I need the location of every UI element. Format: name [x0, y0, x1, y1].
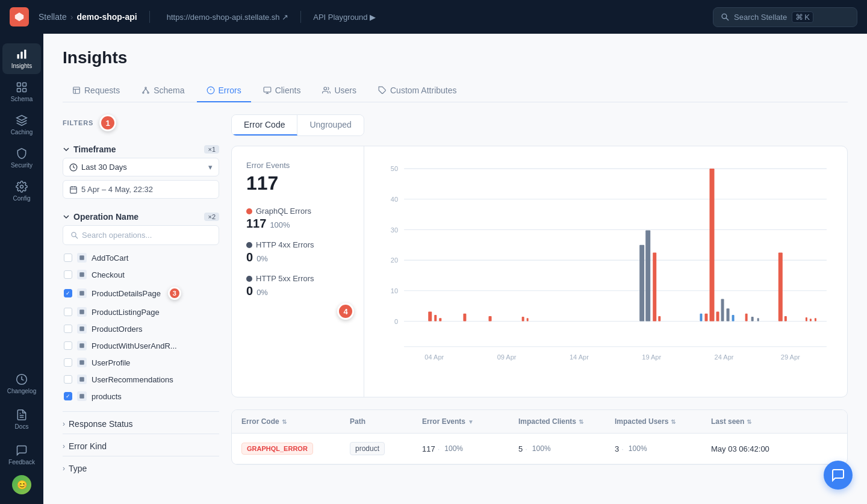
op-products[interactable]: products [63, 388, 219, 404]
svg-text:0: 0 [394, 317, 398, 325]
th-error-events[interactable]: Error Events ▼ [412, 410, 509, 433]
clock-icon [69, 163, 78, 172]
op-checkbox-products[interactable] [64, 392, 72, 400]
op-label-productdetailspage: ProductDetailsPage [92, 289, 161, 298]
svg-text:29 Apr: 29 Apr [781, 353, 800, 361]
group-tab-error-code[interactable]: Error Code [232, 115, 297, 135]
sidebar-item-security[interactable]: Security [2, 143, 41, 173]
op-checkbox-productorders[interactable] [64, 325, 72, 333]
user-avatar[interactable]: 😊 [12, 475, 31, 494]
timeframe-header[interactable]: Timeframe ×1 [63, 141, 219, 158]
op-productwithuserandr[interactable]: ProductWithUserAndR... [63, 338, 219, 353]
svg-rect-69 [489, 316, 492, 321]
http5xx-errors-values: 0 0% [246, 284, 349, 298]
chat-icon [831, 468, 845, 482]
op-checkbox-checkout[interactable] [64, 270, 72, 279]
api-playground-link[interactable]: API Playground ▶ [313, 13, 376, 22]
operation-name-header[interactable]: Operation Name ×2 [63, 208, 219, 225]
type-filter[interactable]: › Type [63, 456, 219, 478]
schema-icon [16, 81, 28, 93]
breadcrumb-prefix[interactable]: Stellate [39, 12, 67, 22]
svg-rect-82 [732, 315, 735, 322]
svg-rect-84 [751, 317, 754, 321]
error-chart-svg: 50 40 30 20 10 0 04 Apr 09 Apr 14 Apr 19… [374, 156, 833, 385]
chart-stats: Error Events 117 GraphQL Errors 117 100% [232, 146, 364, 397]
op-checkbox-userrecommendations[interactable] [64, 375, 72, 384]
query-icon [79, 255, 85, 261]
sidebar-item-docs[interactable]: Docs [2, 404, 41, 435]
svg-rect-90 [815, 318, 816, 321]
op-checkbox-productwithuserandr[interactable] [64, 341, 72, 350]
op-userprofile[interactable]: UserProfile [63, 355, 219, 370]
main-content: Insights Requests Schema [43, 34, 867, 504]
search-operations-input[interactable]: Search operations... [63, 225, 219, 245]
operation-badge: ×2 [204, 213, 219, 221]
tab-schema[interactable]: Schema [132, 79, 194, 102]
op-label-userprofile: UserProfile [92, 358, 130, 367]
op-productorders[interactable]: ProductOrders [63, 321, 219, 337]
query-icon-6 [79, 343, 85, 349]
op-checkbox-userprofile[interactable] [64, 358, 72, 367]
th-impacted-clients[interactable]: Impacted Clients ⇅ [509, 410, 605, 433]
dot-sep-2: · [525, 444, 527, 453]
tab-errors[interactable]: Errors [197, 79, 251, 102]
api-url[interactable]: https://demo-shop-api.stellate.sh ↗ [167, 13, 289, 22]
chat-button[interactable] [824, 461, 853, 490]
op-checkout[interactable]: Checkout [63, 267, 219, 282]
svg-rect-31 [70, 187, 77, 193]
group-tab-ungrouped[interactable]: Ungrouped [297, 115, 363, 135]
tab-users[interactable]: Users [312, 79, 366, 102]
filters-label: FILTERS [63, 119, 93, 126]
response-status-filter[interactable]: › Response Status [63, 411, 219, 434]
chevron-down-icon [63, 146, 70, 153]
op-checkbox-productlistingpage[interactable] [64, 308, 72, 316]
svg-rect-39 [79, 291, 84, 296]
tab-custom-attributes[interactable]: Custom Attributes [368, 79, 467, 102]
op-productdetailspage[interactable]: ProductDetailsPage 3 [63, 284, 219, 303]
dot-sep-1: · [438, 444, 440, 453]
th-path: Path [340, 410, 412, 433]
op-icon-userprofile [77, 358, 87, 367]
changelog-icon [16, 373, 28, 385]
svg-text:20: 20 [391, 257, 398, 264]
svg-point-19 [148, 92, 149, 93]
graphql-errors-dot [246, 208, 252, 214]
op-checkbox-addtocart[interactable] [64, 254, 72, 262]
tab-clients[interactable]: Clients [253, 79, 311, 102]
svg-rect-8 [17, 89, 21, 92]
users-tab-icon [322, 86, 331, 95]
svg-rect-73 [645, 231, 650, 322]
sidebar-item-insights[interactable]: Insights [2, 43, 41, 74]
th-error-code[interactable]: Error Code ⇅ [232, 410, 340, 433]
response-status-arrow: › [63, 420, 65, 428]
sidebar-label-docs: Docs [15, 423, 29, 430]
error-events-title: Error Events [246, 161, 349, 170]
schema-tab-icon [141, 86, 150, 95]
dot-sep-3: · [621, 444, 624, 453]
sidebar-item-schema[interactable]: Schema [2, 76, 41, 107]
op-productlistingpage[interactable]: ProductListingPage [63, 304, 219, 320]
sidebar-item-changelog[interactable]: Changelog [2, 369, 41, 399]
th-impacted-users[interactable]: Impacted Users ⇅ [605, 410, 701, 433]
app-logo[interactable] [10, 7, 29, 26]
svg-rect-3 [17, 54, 19, 59]
op-userrecommendations[interactable]: UserRecommendations [63, 372, 219, 387]
sidebar-label-security: Security [11, 162, 33, 169]
tab-requests[interactable]: Requests [63, 79, 129, 102]
sidebar-label-changelog: Changelog [7, 388, 36, 394]
search-box[interactable]: Search Stellate ⌘ K [713, 7, 857, 27]
query-icon-3 [79, 290, 85, 296]
sort-icon-users: ⇅ [671, 418, 676, 425]
op-addtocart[interactable]: AddToCart [63, 250, 219, 266]
sidebar-item-feedback[interactable]: Feedback [2, 440, 41, 470]
sidebar-item-config[interactable]: Config [2, 176, 41, 207]
th-last-seen[interactable]: Last seen ⇅ [701, 410, 810, 433]
svg-rect-83 [745, 314, 748, 322]
svg-point-28 [324, 87, 327, 90]
timeframe-select[interactable]: Last 30 Days ▾ [63, 158, 219, 176]
error-code-badge: GRAPHQL_ERROR [241, 443, 313, 455]
error-kind-filter[interactable]: › Error Kind [63, 434, 219, 456]
svg-point-17 [145, 87, 146, 89]
op-checkbox-productdetailspage[interactable] [64, 289, 72, 297]
sidebar-item-caching[interactable]: Caching [2, 110, 41, 140]
